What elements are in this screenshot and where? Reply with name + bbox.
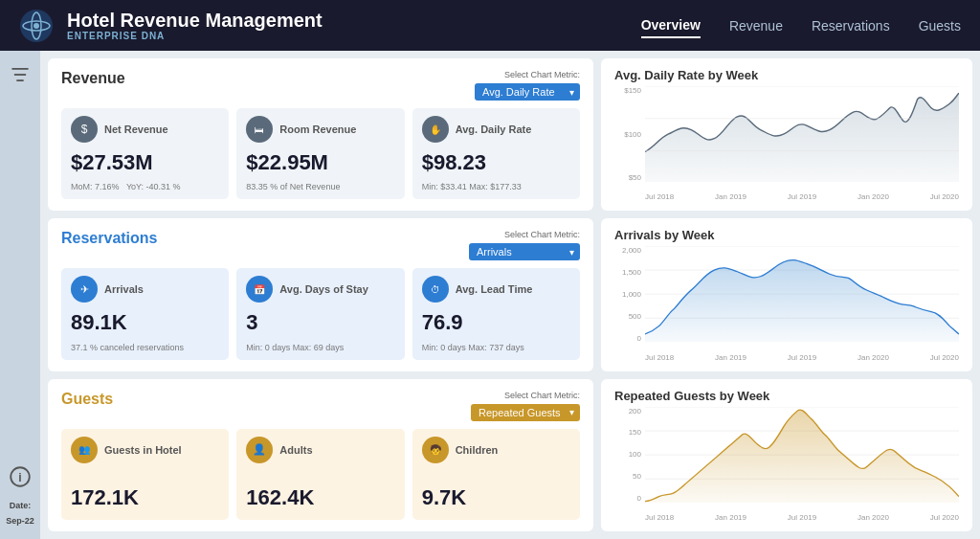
arrivals-card: ✈ Arrivals 89.1K 37.1 % canceled reserva…: [61, 268, 229, 359]
revenue-metric-select[interactable]: Avg. Daily Rate Net Revenue Room Revenue: [475, 83, 580, 101]
guests-chart-title: Repeated Guests by Week: [614, 389, 959, 403]
dollar-icon: $: [71, 116, 98, 143]
reservations-section-title: Reservations: [61, 230, 158, 247]
revenue-y-axis: $150 $100 $50: [614, 86, 645, 182]
children-icon: 🧒: [422, 437, 449, 463]
reservations-chart-area: 2,000 1,500 1,000 500 0: [614, 246, 959, 361]
avg-rate-value: $98.23: [422, 150, 570, 175]
revenue-metric-label: Select Chart Metric:: [504, 70, 580, 79]
reservations-metric-select[interactable]: Arrivals Avg. Days of Stay Avg. Lead Tim…: [469, 243, 580, 260]
guests-metrics: 👥 Guests in Hotel 172.1K 👤 Adults 162.4K: [61, 429, 580, 520]
room-revenue-card: 🛏 Room Revenue $22.95M 83.35 % of Net Re…: [236, 108, 404, 199]
rate-icon: ✋: [422, 116, 449, 143]
date-label: Date:: [10, 501, 32, 510]
sidebar-date: i Date: Sep-22: [6, 466, 34, 526]
arrivals-label: Arrivals: [104, 283, 144, 295]
avg-stay-header: 📅 Avg. Days of Stay: [246, 276, 394, 303]
nav-revenue[interactable]: Revenue: [729, 14, 783, 37]
revenue-y-150: $150: [624, 86, 641, 95]
avg-stay-label: Avg. Days of Stay: [279, 283, 368, 295]
net-revenue-label: Net Revenue: [104, 124, 168, 135]
guests-row: Guests Select Chart Metric: Repeated Gue…: [48, 379, 972, 531]
nav-reservations[interactable]: Reservations: [812, 14, 890, 37]
reservations-metrics: ✈ Arrivals 89.1K 37.1 % canceled reserva…: [61, 268, 580, 359]
stay-icon: 📅: [246, 276, 273, 303]
reservations-x-axis: Jul 2018 Jan 2019 Jul 2019 Jan 2020 Jul …: [645, 353, 959, 362]
children-card: 🧒 Children 9.7K: [412, 429, 580, 520]
guests-hotel-label: Guests in Hotel: [104, 444, 182, 456]
revenue-chart-svg: [645, 86, 959, 182]
revenue-chart-panel: Avg. Daily Rate by Week $150 $100 $50: [601, 58, 972, 211]
main-nav: Overview Revenue Reservations Guests: [641, 13, 961, 38]
guests-panel-header: Guests Select Chart Metric: Repeated Gue…: [61, 391, 580, 421]
guests-hotel-header: 👥 Guests in Hotel: [71, 437, 219, 463]
guests-metric-select[interactable]: Repeated Guests Guests in Hotel Adults C…: [471, 404, 580, 421]
avg-rate-header: ✋ Avg. Daily Rate: [422, 116, 570, 143]
revenue-row: Revenue Select Chart Metric: Avg. Daily …: [48, 58, 972, 211]
guests-panel: Guests Select Chart Metric: Repeated Gue…: [48, 379, 593, 531]
app-title: Hotel Revenue Management: [67, 10, 641, 31]
arrivals-sub: 37.1 % canceled reservations: [71, 343, 219, 352]
date-value: Sep-22: [6, 516, 34, 526]
reservations-chart-panel: Arrivals by Week 2,000 1,500 1,000 500 0: [601, 218, 972, 371]
children-header: 🧒 Children: [422, 437, 570, 463]
info-icon[interactable]: i: [10, 466, 31, 487]
header-title-block: Hotel Revenue Management ENTERPRISE DNA: [67, 10, 641, 41]
reservations-panel-header: Reservations Select Chart Metric: Arriva…: [61, 230, 580, 260]
reservations-select-wrapper[interactable]: Arrivals Avg. Days of Stay Avg. Lead Tim…: [469, 242, 580, 260]
revenue-chart-title: Avg. Daily Rate by Week: [614, 68, 959, 82]
revenue-y-100: $100: [624, 130, 641, 139]
app-header: Hotel Revenue Management ENTERPRISE DNA …: [0, 0, 980, 51]
guests-hotel-card: 👥 Guests in Hotel 172.1K: [61, 429, 229, 520]
reservations-row: Reservations Select Chart Metric: Arriva…: [48, 218, 972, 371]
guests-chart-area: 200 150 100 50 0: [614, 407, 959, 522]
nav-guests[interactable]: Guests: [919, 14, 961, 37]
adults-header: 👤 Adults: [246, 437, 394, 463]
reservations-panel: Reservations Select Chart Metric: Arriva…: [48, 218, 593, 371]
reservations-y-axis: 2,000 1,500 1,000 500 0: [614, 246, 645, 342]
avg-rate-sub: Min: $33.41 Max: $177.33: [422, 182, 570, 191]
revenue-metrics: $ Net Revenue $27.53M MoM: 7.16% YoY: -4…: [61, 108, 580, 199]
main-content: i Date: Sep-22 Revenue Select Chart Metr…: [0, 51, 980, 539]
revenue-x-axis: Jul 2018 Jan 2019 Jul 2019 Jan 2020 Jul …: [645, 192, 959, 201]
adults-card: 👤 Adults 162.4K: [236, 429, 404, 520]
guests-y-axis: 200 150 100 50 0: [614, 407, 645, 503]
adults-label: Adults: [279, 444, 312, 456]
guests-hotel-icon: 👥: [71, 437, 98, 463]
lead-time-header: ⏱ Avg. Lead Time: [422, 276, 570, 303]
revenue-metric-selector: Select Chart Metric: Avg. Daily Rate Net…: [475, 70, 580, 101]
arrivals-header: ✈ Arrivals: [71, 276, 219, 303]
revenue-y-50: $50: [629, 173, 641, 182]
revenue-select-wrapper[interactable]: Avg. Daily Rate Net Revenue Room Revenue: [475, 82, 580, 101]
children-value: 9.7K: [422, 485, 570, 510]
app-subtitle: ENTERPRISE DNA: [67, 31, 641, 41]
reservations-metric-label: Select Chart Metric:: [504, 230, 580, 239]
svg-point-3: [33, 23, 39, 29]
arrivals-icon: ✈: [71, 276, 98, 303]
reservations-chart-svg: [645, 246, 959, 342]
avg-rate-card: ✋ Avg. Daily Rate $98.23 Min: $33.41 Max…: [412, 108, 580, 199]
guests-chart-panel: Repeated Guests by Week 200 150 100 50 0: [601, 379, 972, 531]
dashboard: Revenue Select Chart Metric: Avg. Daily …: [40, 51, 980, 539]
sidebar: i Date: Sep-22: [0, 51, 40, 539]
room-icon: 🛏: [246, 116, 273, 143]
net-revenue-value: $27.53M: [71, 150, 219, 175]
avg-stay-sub: Min: 0 days Max: 69 days: [246, 343, 394, 352]
revenue-chart-area: $150 $100 $50: [614, 86, 959, 201]
revenue-panel: Revenue Select Chart Metric: Avg. Daily …: [48, 58, 593, 211]
filter-icon[interactable]: [10, 64, 31, 85]
reservations-metric-selector: Select Chart Metric: Arrivals Avg. Days …: [469, 230, 580, 260]
children-label: Children: [456, 444, 499, 456]
revenue-panel-header: Revenue Select Chart Metric: Avg. Daily …: [61, 70, 580, 101]
room-revenue-label: Room Revenue: [279, 124, 356, 135]
nav-overview[interactable]: Overview: [641, 13, 701, 38]
app-logo: [19, 9, 54, 43]
room-revenue-value: $22.95M: [246, 150, 394, 175]
guests-section-title: Guests: [61, 391, 113, 408]
guests-metric-selector: Select Chart Metric: Repeated Guests Gue…: [471, 391, 580, 421]
room-revenue-header: 🛏 Room Revenue: [246, 116, 394, 143]
avg-stay-card: 📅 Avg. Days of Stay 3 Min: 0 days Max: 6…: [236, 268, 404, 359]
net-revenue-card: $ Net Revenue $27.53M MoM: 7.16% YoY: -4…: [61, 108, 229, 199]
adults-value: 162.4K: [246, 485, 394, 510]
guests-select-wrapper[interactable]: Repeated Guests Guests in Hotel Adults C…: [471, 403, 580, 421]
